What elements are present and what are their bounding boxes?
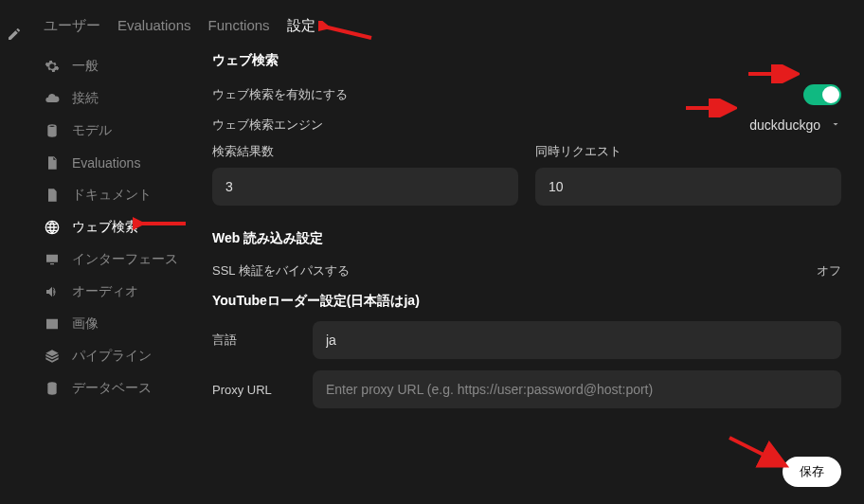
settings-panel: ウェブ検索 ウェブ検索を有効にする ウェブ検索エンジン duckduckgo 検… [197,45,864,504]
stack-icon [44,122,61,139]
sidebar-item-general[interactable]: 一般 [28,50,197,82]
sidebar-item-models[interactable]: モデル [28,115,197,147]
document-icon [44,154,61,171]
engine-select[interactable]: duckduckgo [749,117,841,133]
results-count-label: 検索結果数 [212,143,518,160]
sidebar-item-label: データベース [72,380,152,397]
globe-icon [44,219,61,236]
proxy-url-input[interactable] [313,370,841,408]
layers-icon [44,348,61,365]
tab-settings[interactable]: 設定 [287,17,315,35]
sidebar-item-websearch[interactable]: ウェブ検索 [28,211,197,243]
tab-functions[interactable]: Functions [208,17,270,35]
gear-icon [44,58,61,75]
image-icon [44,315,61,333]
sidebar-item-audio[interactable]: オーディオ [28,276,197,308]
sidebar-item-label: 接続 [72,90,99,107]
sidebar-item-label: オーディオ [72,283,138,300]
settings-sidebar: 一般 接続 モデル Evaluations ドキュメント [28,45,197,504]
engine-value: duckduckgo [749,117,820,133]
sidebar-item-label: ドキュメント [72,187,152,204]
sidebar-item-documents[interactable]: ドキュメント [28,179,197,211]
enable-websearch-toggle[interactable] [803,84,841,105]
tab-evaluations[interactable]: Evaluations [117,17,191,35]
youtube-lang-label: 言語 [212,332,297,349]
sidebar-item-connections[interactable]: 接続 [28,82,197,115]
ssl-bypass-value[interactable]: オフ [817,262,841,279]
speaker-icon [44,283,61,300]
edit-icon[interactable] [7,27,22,504]
sidebar-item-pipelines[interactable]: パイプライン [28,340,197,372]
save-button[interactable]: 保存 [783,457,841,487]
sidebar-item-label: Evaluations [72,155,140,171]
sidebar-item-label: 画像 [72,315,99,333]
sidebar-item-evaluations[interactable]: Evaluations [28,147,197,179]
results-count-input[interactable] [212,168,518,206]
top-tabs: ユーザー Evaluations Functions 設定 [28,0,864,45]
cloud-icon [44,90,61,107]
engine-label: ウェブ検索エンジン [212,117,323,134]
left-rail [0,0,28,504]
tab-users[interactable]: ユーザー [44,17,100,35]
sidebar-item-label: ウェブ検索 [72,219,138,236]
proxy-url-label: Proxy URL [212,383,297,397]
file-icon [44,187,61,204]
ssl-bypass-label: SSL 検証をバイパスする [212,262,350,279]
sidebar-item-database[interactable]: データベース [28,372,197,405]
sidebar-item-label: 一般 [72,58,99,75]
youtube-lang-input[interactable] [313,321,841,359]
concurrent-input[interactable] [535,168,841,206]
concurrent-label: 同時リクエスト [535,143,841,160]
sidebar-item-label: インターフェース [72,251,178,268]
sidebar-item-label: モデル [72,122,112,139]
monitor-icon [44,251,61,268]
section-websearch-title: ウェブ検索 [212,52,841,69]
database-icon [44,380,61,397]
section-webload-title: Web 読み込み設定 [212,230,841,247]
chevron-down-icon [830,117,841,133]
sidebar-item-images[interactable]: 画像 [28,308,197,340]
section-youtube-title: YouTubeローダー設定(日本語はja) [212,293,841,310]
sidebar-item-label: パイプライン [72,348,152,365]
enable-websearch-label: ウェブ検索を有効にする [212,86,348,103]
sidebar-item-interface[interactable]: インターフェース [28,243,197,276]
